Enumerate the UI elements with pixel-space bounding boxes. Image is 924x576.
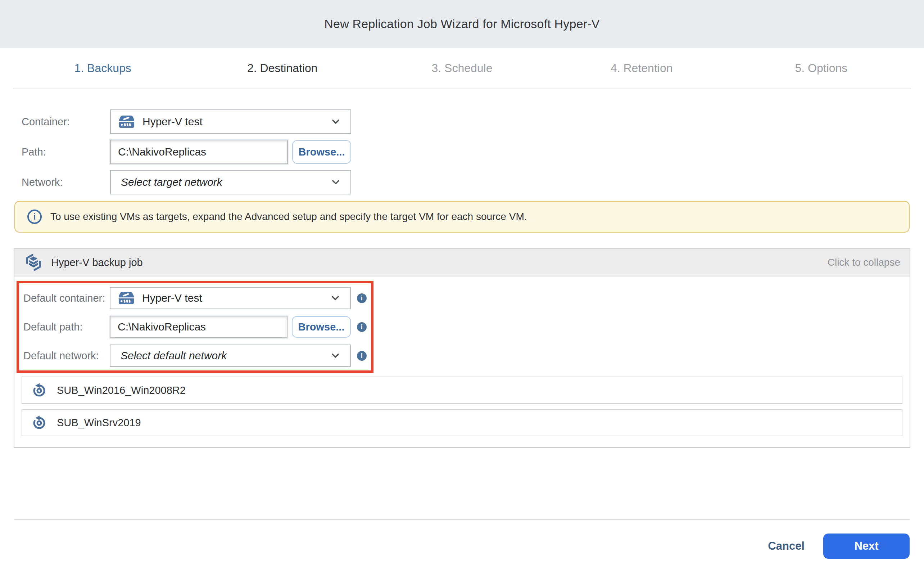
chevron-down-icon [331,353,339,358]
panel-footer-pad [14,436,910,447]
info-icon[interactable]: i [357,322,367,332]
hyperv-container-icon [119,115,134,128]
cancel-button[interactable]: Cancel [768,540,804,553]
wizard-titlebar: New Replication Job Wizard for Microsoft… [0,0,924,48]
path-row: Path: Browse... [22,140,924,164]
collapse-hint: Click to collapse [828,257,900,268]
path-label: Path: [22,146,110,158]
info-banner: i To use existing VMs as targets, expand… [14,201,910,232]
chevron-down-icon [332,119,340,124]
container-select[interactable]: Hyper-V test [110,109,351,134]
default-network-placeholder: Select default network [121,350,227,362]
default-network-select[interactable]: Select default network [110,344,351,367]
path-input[interactable] [110,140,288,164]
step-destination[interactable]: 2. Destination [193,48,372,88]
network-select[interactable]: Select target network [110,170,351,194]
step-options: 5. Options [731,48,911,88]
backup-job-panel: Hyper-V backup job Click to collapse Def… [14,248,910,448]
network-label: Network: [22,176,110,188]
default-container-label: Default container: [23,292,110,304]
network-row: Network: Select target network [22,170,924,194]
page-title: New Replication Job Wizard for Microsoft… [324,17,600,31]
info-icon[interactable]: i [357,351,367,361]
vm-name: SUB_Win2016_Win2008R2 [57,384,186,396]
default-path-row: Default path: Browse... i [23,316,371,338]
hyperv-container-icon [118,291,134,304]
container-label: Container: [22,116,110,128]
info-banner-text: To use existing VMs as targets, expand t… [50,211,527,222]
container-value: Hyper-V test [142,115,203,128]
default-network-label: Default network: [23,350,110,362]
chevron-down-icon [332,180,340,185]
default-container-value: Hyper-V test [142,292,202,304]
network-placeholder: Select target network [121,176,222,188]
step-retention: 4. Retention [552,48,731,88]
replica-icon [32,383,47,398]
step-schedule: 3. Schedule [372,48,552,88]
default-browse-button[interactable]: Browse... [292,316,351,338]
next-button[interactable]: Next [823,533,910,559]
default-container-row: Default container: Hyper-V test [23,287,371,309]
step-backups[interactable]: 1. Backups [13,48,193,88]
info-icon: i [27,210,42,224]
backup-job-icon [24,253,43,272]
wizard-footer: Cancel Next [14,519,910,559]
vm-list-item[interactable]: SUB_WinSrv2019 [22,409,902,436]
default-network-row: Default network: Select default network … [23,344,371,367]
vm-name: SUB_WinSrv2019 [57,417,141,429]
replica-icon [32,415,47,430]
chevron-down-icon [331,296,339,301]
wizard-steps: 1. Backups 2. Destination 3. Schedule 4.… [13,48,911,89]
default-path-label: Default path: [23,321,110,333]
highlight-annotation: Default container: Hyper-V test [16,281,373,373]
backup-job-header[interactable]: Hyper-V backup job Click to collapse [14,249,910,277]
info-icon[interactable]: i [357,293,367,303]
destination-form: Container: Hyper-V test Path: Br [0,89,924,194]
vm-list-item[interactable]: SUB_Win2016_Win2008R2 [22,376,902,404]
browse-button[interactable]: Browse... [292,140,351,164]
container-row: Container: Hyper-V test [22,109,924,134]
default-path-input[interactable] [110,316,287,338]
default-container-select[interactable]: Hyper-V test [110,287,351,309]
backup-job-title: Hyper-V backup job [51,257,143,269]
